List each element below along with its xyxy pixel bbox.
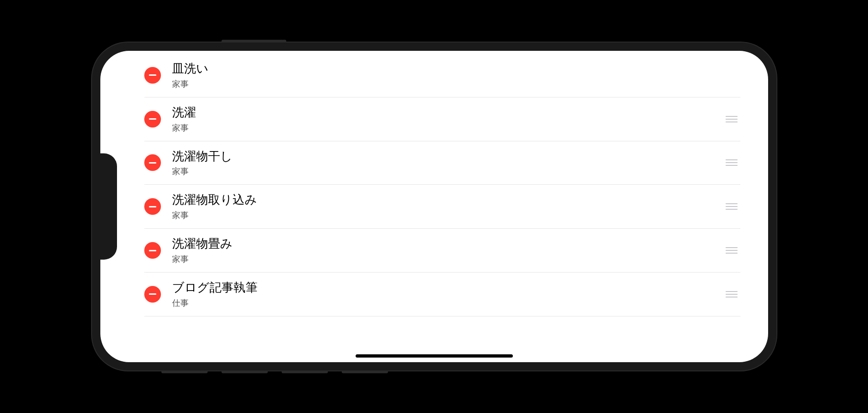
list-item-title: ブログ記事執筆 xyxy=(172,280,723,296)
delete-button[interactable] xyxy=(144,286,161,303)
list-item[interactable]: 洗濯物取り込み 家事 xyxy=(144,185,740,229)
drag-handle-icon[interactable] xyxy=(723,157,740,169)
list-item-category: 仕事 xyxy=(172,298,723,309)
drag-handle-icon[interactable] xyxy=(723,288,740,300)
list-item-category: 家事 xyxy=(172,210,723,221)
drag-handle-icon[interactable] xyxy=(723,200,740,213)
editable-list: 皿洗い 家事 洗濯 家事 xyxy=(100,51,768,362)
list-item-text: 洗濯物取り込み 家事 xyxy=(172,192,723,221)
phone-physical-buttons-top xyxy=(222,40,286,43)
list-item-title: 洗濯 xyxy=(172,105,723,121)
phone-frame: 皿洗い 家事 洗濯 家事 xyxy=(92,43,776,370)
list-item[interactable]: 洗濯 家事 xyxy=(144,97,740,141)
delete-button[interactable] xyxy=(144,154,161,171)
drag-handle-icon[interactable] xyxy=(723,113,740,125)
list-item-text: 洗濯物畳み 家事 xyxy=(172,236,723,265)
list-item-text: ブログ記事執筆 仕事 xyxy=(172,280,723,309)
notch xyxy=(100,153,117,260)
drag-handle-icon[interactable] xyxy=(723,244,740,256)
phone-physical-buttons-bottom xyxy=(161,370,388,373)
list-item-category: 家事 xyxy=(172,166,723,177)
minus-icon xyxy=(149,162,156,164)
minus-icon xyxy=(149,118,156,120)
list-item-text: 洗濯物干し 家事 xyxy=(172,149,723,177)
delete-button[interactable] xyxy=(144,242,161,259)
minus-icon xyxy=(149,250,156,251)
list-item-title: 洗濯物干し xyxy=(172,149,723,164)
delete-button[interactable] xyxy=(144,198,161,215)
list-item-title: 皿洗い xyxy=(172,61,723,77)
list-item[interactable]: 皿洗い 家事 xyxy=(144,54,740,97)
delete-button[interactable] xyxy=(144,67,161,84)
list-item-text: 洗濯 家事 xyxy=(172,105,723,134)
home-indicator[interactable] xyxy=(356,354,513,358)
list-item-title: 洗濯物畳み xyxy=(172,236,723,252)
list-item[interactable]: 洗濯物干し 家事 xyxy=(144,141,740,185)
delete-button[interactable] xyxy=(144,111,161,128)
list-item-category: 家事 xyxy=(172,79,723,90)
minus-icon xyxy=(149,74,156,76)
list-item[interactable]: ブログ記事執筆 仕事 xyxy=(144,273,740,316)
list-item-category: 家事 xyxy=(172,254,723,265)
minus-icon xyxy=(149,293,156,295)
list-item-text: 皿洗い 家事 xyxy=(172,61,723,90)
screen: 皿洗い 家事 洗濯 家事 xyxy=(100,51,768,362)
list-item[interactable]: 洗濯物畳み 家事 xyxy=(144,229,740,273)
list-item-category: 家事 xyxy=(172,122,723,134)
list-item-title: 洗濯物取り込み xyxy=(172,192,723,208)
minus-icon xyxy=(149,206,156,207)
